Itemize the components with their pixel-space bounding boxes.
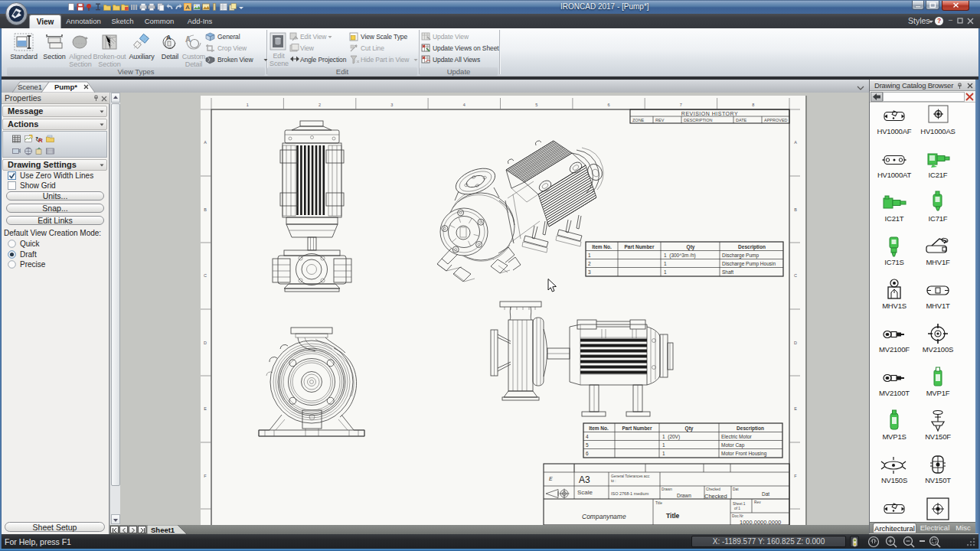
svg-text:5: 5 bbox=[586, 442, 589, 448]
svg-text:Description: Description bbox=[738, 244, 766, 250]
svg-text:B: B bbox=[794, 207, 797, 212]
svg-text:E: E bbox=[204, 406, 207, 411]
svg-text:to :: to : bbox=[611, 479, 616, 483]
svg-text:REVISION HISTORY: REVISION HISTORY bbox=[681, 111, 738, 116]
svg-text:Scene1: Scene1 bbox=[18, 83, 42, 91]
svg-text:F: F bbox=[204, 474, 207, 478]
svg-text:C: C bbox=[794, 273, 797, 278]
svg-text:1: 1 bbox=[662, 442, 665, 448]
svg-text:2: 2 bbox=[318, 103, 321, 107]
svg-text:General Tolerances acc: General Tolerances acc bbox=[611, 474, 650, 478]
svg-text:6: 6 bbox=[586, 451, 589, 456]
svg-text:7: 7 bbox=[680, 103, 682, 107]
svg-text:D: D bbox=[794, 341, 797, 345]
svg-text:Checked: Checked bbox=[706, 487, 720, 491]
svg-text:4: 4 bbox=[586, 434, 589, 439]
svg-text:Scale: Scale bbox=[577, 489, 593, 496]
svg-text:Qty: Qty bbox=[687, 244, 695, 250]
svg-text:Sheet1: Sheet1 bbox=[151, 526, 175, 534]
svg-text:Discharge Pump: Discharge Pump bbox=[722, 253, 759, 259]
svg-text:Item No.: Item No. bbox=[592, 244, 612, 249]
svg-text:Title: Title bbox=[655, 501, 662, 505]
svg-text:APPROVED: APPROVED bbox=[764, 118, 788, 122]
svg-text:DESCRIPTION: DESCRIPTION bbox=[684, 118, 713, 122]
svg-text:Discharge Pump Housin: Discharge Pump Housin bbox=[722, 261, 776, 267]
svg-text:3: 3 bbox=[390, 103, 393, 107]
svg-text:of 1: of 1 bbox=[734, 507, 740, 510]
svg-text:B: B bbox=[204, 207, 207, 212]
svg-text:ZONE: ZONE bbox=[632, 118, 645, 122]
svg-text:Pump*: Pump* bbox=[54, 83, 77, 91]
svg-text:DATE: DATE bbox=[736, 118, 747, 122]
svg-text:Motor Cap: Motor Cap bbox=[721, 442, 745, 448]
svg-text:Electric Motor: Electric Motor bbox=[721, 434, 753, 439]
svg-text:A3: A3 bbox=[579, 474, 590, 485]
svg-text:Part Number: Part Number bbox=[624, 244, 654, 249]
svg-text:D: D bbox=[204, 341, 207, 345]
svg-text:Drawn: Drawn bbox=[662, 487, 672, 491]
svg-text:4: 4 bbox=[463, 103, 466, 107]
svg-text:2: 2 bbox=[588, 261, 591, 266]
svg-text:Companyname: Companyname bbox=[582, 513, 626, 520]
svg-text:1: 1 bbox=[664, 269, 667, 275]
svg-text:Dat: Dat bbox=[733, 487, 739, 491]
svg-text:1: 1 bbox=[588, 253, 591, 258]
svg-text:F: F bbox=[794, 474, 797, 478]
svg-text:E: E bbox=[794, 406, 797, 411]
svg-text:A: A bbox=[166, 34, 172, 41]
svg-text:Qty: Qty bbox=[685, 425, 694, 432]
svg-text:A: A bbox=[794, 140, 797, 145]
svg-text:Title: Title bbox=[666, 512, 680, 520]
svg-text:Rev: Rev bbox=[754, 500, 761, 504]
svg-text:A: A bbox=[185, 4, 190, 11]
svg-text:Dat: Dat bbox=[762, 491, 769, 497]
svg-text:R: R bbox=[38, 137, 43, 143]
svg-text:Part Number: Part Number bbox=[622, 425, 652, 431]
svg-text:Motor Front Housing: Motor Front Housing bbox=[721, 451, 767, 457]
svg-text:REV: REV bbox=[655, 118, 665, 122]
svg-text:3: 3 bbox=[588, 269, 591, 275]
svg-text:E: E bbox=[549, 476, 553, 481]
svg-text:Description: Description bbox=[737, 425, 764, 432]
svg-text:Doc.Nr: Doc.Nr bbox=[732, 514, 743, 518]
svg-text:A: A bbox=[204, 140, 207, 145]
svg-text:1 (20V): 1 (20V) bbox=[662, 434, 680, 440]
svg-text:1: 1 bbox=[247, 103, 249, 107]
svg-text:6: 6 bbox=[608, 103, 610, 107]
svg-text:1000.0000.0000: 1000.0000.0000 bbox=[740, 519, 781, 525]
svg-text:1 (300^3m /h): 1 (300^3m /h) bbox=[664, 253, 696, 259]
svg-text:ISO 2768-1 medium: ISO 2768-1 medium bbox=[611, 491, 649, 496]
svg-text:Item No.: Item No. bbox=[589, 425, 609, 431]
svg-text:Sheet 1: Sheet 1 bbox=[733, 502, 746, 506]
svg-text:5: 5 bbox=[535, 103, 537, 107]
svg-text:Drawn: Drawn bbox=[677, 493, 691, 498]
svg-text:Shaft: Shaft bbox=[722, 269, 733, 275]
svg-text:Checked: Checked bbox=[704, 493, 727, 500]
svg-text:8: 8 bbox=[752, 103, 754, 107]
svg-text:1: 1 bbox=[664, 261, 667, 266]
svg-text:C: C bbox=[204, 273, 207, 278]
svg-text:1: 1 bbox=[662, 451, 665, 456]
